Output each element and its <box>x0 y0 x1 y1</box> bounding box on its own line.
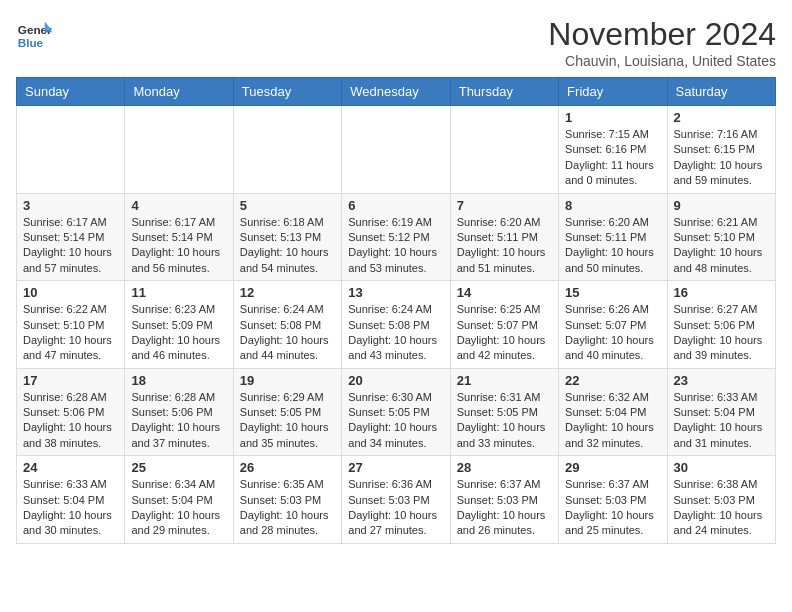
day-info: Sunrise: 6:28 AM Sunset: 5:06 PM Dayligh… <box>23 390 118 452</box>
day-cell-6: 6Sunrise: 6:19 AM Sunset: 5:12 PM Daylig… <box>342 193 450 281</box>
empty-cell <box>17 106 125 194</box>
day-cell-1: 1Sunrise: 7:15 AM Sunset: 6:16 PM Daylig… <box>559 106 667 194</box>
day-number: 14 <box>457 285 552 300</box>
day-info: Sunrise: 6:31 AM Sunset: 5:05 PM Dayligh… <box>457 390 552 452</box>
day-info: Sunrise: 6:23 AM Sunset: 5:09 PM Dayligh… <box>131 302 226 364</box>
weekday-header-friday: Friday <box>559 78 667 106</box>
title-block: November 2024 Chauvin, Louisiana, United… <box>548 16 776 69</box>
day-info: Sunrise: 6:19 AM Sunset: 5:12 PM Dayligh… <box>348 215 443 277</box>
day-cell-26: 26Sunrise: 6:35 AM Sunset: 5:03 PM Dayli… <box>233 456 341 544</box>
day-cell-23: 23Sunrise: 6:33 AM Sunset: 5:04 PM Dayli… <box>667 368 775 456</box>
day-info: Sunrise: 6:35 AM Sunset: 5:03 PM Dayligh… <box>240 477 335 539</box>
day-cell-3: 3Sunrise: 6:17 AM Sunset: 5:14 PM Daylig… <box>17 193 125 281</box>
day-number: 18 <box>131 373 226 388</box>
day-info: Sunrise: 6:18 AM Sunset: 5:13 PM Dayligh… <box>240 215 335 277</box>
day-number: 24 <box>23 460 118 475</box>
weekday-header-row: SundayMondayTuesdayWednesdayThursdayFrid… <box>17 78 776 106</box>
day-number: 3 <box>23 198 118 213</box>
day-number: 27 <box>348 460 443 475</box>
day-number: 21 <box>457 373 552 388</box>
day-cell-27: 27Sunrise: 6:36 AM Sunset: 5:03 PM Dayli… <box>342 456 450 544</box>
day-number: 13 <box>348 285 443 300</box>
weekday-header-thursday: Thursday <box>450 78 558 106</box>
day-cell-8: 8Sunrise: 6:20 AM Sunset: 5:11 PM Daylig… <box>559 193 667 281</box>
day-number: 23 <box>674 373 769 388</box>
day-number: 1 <box>565 110 660 125</box>
day-number: 8 <box>565 198 660 213</box>
week-row-2: 3Sunrise: 6:17 AM Sunset: 5:14 PM Daylig… <box>17 193 776 281</box>
week-row-4: 17Sunrise: 6:28 AM Sunset: 5:06 PM Dayli… <box>17 368 776 456</box>
day-cell-17: 17Sunrise: 6:28 AM Sunset: 5:06 PM Dayli… <box>17 368 125 456</box>
day-cell-18: 18Sunrise: 6:28 AM Sunset: 5:06 PM Dayli… <box>125 368 233 456</box>
day-info: Sunrise: 6:20 AM Sunset: 5:11 PM Dayligh… <box>565 215 660 277</box>
day-info: Sunrise: 7:15 AM Sunset: 6:16 PM Dayligh… <box>565 127 660 189</box>
page-header: General Blue November 2024 Chauvin, Loui… <box>16 16 776 69</box>
day-number: 29 <box>565 460 660 475</box>
day-cell-2: 2Sunrise: 7:16 AM Sunset: 6:15 PM Daylig… <box>667 106 775 194</box>
day-number: 15 <box>565 285 660 300</box>
day-number: 22 <box>565 373 660 388</box>
day-cell-4: 4Sunrise: 6:17 AM Sunset: 5:14 PM Daylig… <box>125 193 233 281</box>
day-number: 4 <box>131 198 226 213</box>
day-number: 19 <box>240 373 335 388</box>
day-info: Sunrise: 6:37 AM Sunset: 5:03 PM Dayligh… <box>457 477 552 539</box>
week-row-3: 10Sunrise: 6:22 AM Sunset: 5:10 PM Dayli… <box>17 281 776 369</box>
day-number: 30 <box>674 460 769 475</box>
day-cell-24: 24Sunrise: 6:33 AM Sunset: 5:04 PM Dayli… <box>17 456 125 544</box>
location: Chauvin, Louisiana, United States <box>548 53 776 69</box>
day-cell-29: 29Sunrise: 6:37 AM Sunset: 5:03 PM Dayli… <box>559 456 667 544</box>
day-info: Sunrise: 6:27 AM Sunset: 5:06 PM Dayligh… <box>674 302 769 364</box>
empty-cell <box>233 106 341 194</box>
day-info: Sunrise: 6:17 AM Sunset: 5:14 PM Dayligh… <box>23 215 118 277</box>
empty-cell <box>125 106 233 194</box>
day-info: Sunrise: 6:33 AM Sunset: 5:04 PM Dayligh… <box>23 477 118 539</box>
weekday-header-sunday: Sunday <box>17 78 125 106</box>
week-row-1: 1Sunrise: 7:15 AM Sunset: 6:16 PM Daylig… <box>17 106 776 194</box>
day-info: Sunrise: 6:38 AM Sunset: 5:03 PM Dayligh… <box>674 477 769 539</box>
day-cell-30: 30Sunrise: 6:38 AM Sunset: 5:03 PM Dayli… <box>667 456 775 544</box>
day-number: 2 <box>674 110 769 125</box>
weekday-header-monday: Monday <box>125 78 233 106</box>
day-number: 11 <box>131 285 226 300</box>
day-info: Sunrise: 6:24 AM Sunset: 5:08 PM Dayligh… <box>240 302 335 364</box>
day-info: Sunrise: 6:36 AM Sunset: 5:03 PM Dayligh… <box>348 477 443 539</box>
day-number: 9 <box>674 198 769 213</box>
day-cell-12: 12Sunrise: 6:24 AM Sunset: 5:08 PM Dayli… <box>233 281 341 369</box>
day-cell-22: 22Sunrise: 6:32 AM Sunset: 5:04 PM Dayli… <box>559 368 667 456</box>
day-number: 25 <box>131 460 226 475</box>
week-row-5: 24Sunrise: 6:33 AM Sunset: 5:04 PM Dayli… <box>17 456 776 544</box>
day-number: 12 <box>240 285 335 300</box>
weekday-header-wednesday: Wednesday <box>342 78 450 106</box>
day-info: Sunrise: 6:17 AM Sunset: 5:14 PM Dayligh… <box>131 215 226 277</box>
day-info: Sunrise: 6:30 AM Sunset: 5:05 PM Dayligh… <box>348 390 443 452</box>
day-number: 26 <box>240 460 335 475</box>
day-cell-13: 13Sunrise: 6:24 AM Sunset: 5:08 PM Dayli… <box>342 281 450 369</box>
day-info: Sunrise: 6:22 AM Sunset: 5:10 PM Dayligh… <box>23 302 118 364</box>
day-info: Sunrise: 6:25 AM Sunset: 5:07 PM Dayligh… <box>457 302 552 364</box>
day-number: 5 <box>240 198 335 213</box>
day-cell-15: 15Sunrise: 6:26 AM Sunset: 5:07 PM Dayli… <box>559 281 667 369</box>
day-info: Sunrise: 6:32 AM Sunset: 5:04 PM Dayligh… <box>565 390 660 452</box>
day-info: Sunrise: 6:37 AM Sunset: 5:03 PM Dayligh… <box>565 477 660 539</box>
day-number: 17 <box>23 373 118 388</box>
day-cell-19: 19Sunrise: 6:29 AM Sunset: 5:05 PM Dayli… <box>233 368 341 456</box>
day-cell-25: 25Sunrise: 6:34 AM Sunset: 5:04 PM Dayli… <box>125 456 233 544</box>
day-cell-28: 28Sunrise: 6:37 AM Sunset: 5:03 PM Dayli… <box>450 456 558 544</box>
day-cell-14: 14Sunrise: 6:25 AM Sunset: 5:07 PM Dayli… <box>450 281 558 369</box>
day-info: Sunrise: 6:29 AM Sunset: 5:05 PM Dayligh… <box>240 390 335 452</box>
day-cell-10: 10Sunrise: 6:22 AM Sunset: 5:10 PM Dayli… <box>17 281 125 369</box>
logo: General Blue <box>16 16 52 52</box>
day-info: Sunrise: 6:21 AM Sunset: 5:10 PM Dayligh… <box>674 215 769 277</box>
day-number: 10 <box>23 285 118 300</box>
empty-cell <box>342 106 450 194</box>
day-info: Sunrise: 6:20 AM Sunset: 5:11 PM Dayligh… <box>457 215 552 277</box>
day-info: Sunrise: 7:16 AM Sunset: 6:15 PM Dayligh… <box>674 127 769 189</box>
month-title: November 2024 <box>548 16 776 53</box>
logo-icon: General Blue <box>16 16 52 52</box>
day-info: Sunrise: 6:28 AM Sunset: 5:06 PM Dayligh… <box>131 390 226 452</box>
day-cell-11: 11Sunrise: 6:23 AM Sunset: 5:09 PM Dayli… <box>125 281 233 369</box>
day-info: Sunrise: 6:34 AM Sunset: 5:04 PM Dayligh… <box>131 477 226 539</box>
day-cell-9: 9Sunrise: 6:21 AM Sunset: 5:10 PM Daylig… <box>667 193 775 281</box>
day-cell-7: 7Sunrise: 6:20 AM Sunset: 5:11 PM Daylig… <box>450 193 558 281</box>
day-cell-20: 20Sunrise: 6:30 AM Sunset: 5:05 PM Dayli… <box>342 368 450 456</box>
